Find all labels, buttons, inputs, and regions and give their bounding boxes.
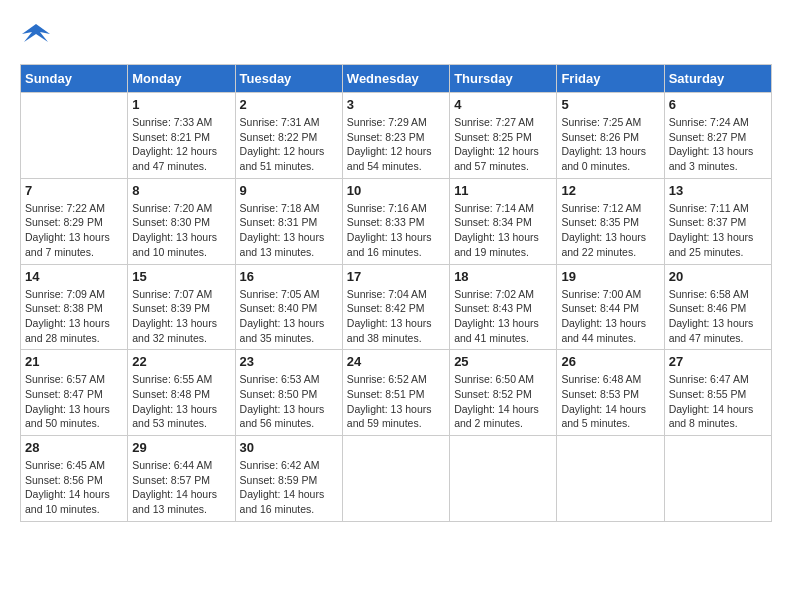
svg-marker-0 bbox=[22, 24, 50, 42]
calendar-cell: 6Sunrise: 7:24 AM Sunset: 8:27 PM Daylig… bbox=[664, 93, 771, 179]
calendar-cell: 8Sunrise: 7:20 AM Sunset: 8:30 PM Daylig… bbox=[128, 178, 235, 264]
calendar-cell: 14Sunrise: 7:09 AM Sunset: 8:38 PM Dayli… bbox=[21, 264, 128, 350]
day-number: 5 bbox=[561, 97, 659, 112]
day-number: 15 bbox=[132, 269, 230, 284]
calendar-cell: 17Sunrise: 7:04 AM Sunset: 8:42 PM Dayli… bbox=[342, 264, 449, 350]
calendar-cell: 5Sunrise: 7:25 AM Sunset: 8:26 PM Daylig… bbox=[557, 93, 664, 179]
weekday-header: Saturday bbox=[664, 65, 771, 93]
day-info: Sunrise: 7:22 AM Sunset: 8:29 PM Dayligh… bbox=[25, 201, 123, 260]
calendar-cell: 29Sunrise: 6:44 AM Sunset: 8:57 PM Dayli… bbox=[128, 436, 235, 522]
day-info: Sunrise: 6:55 AM Sunset: 8:48 PM Dayligh… bbox=[132, 372, 230, 431]
day-info: Sunrise: 7:29 AM Sunset: 8:23 PM Dayligh… bbox=[347, 115, 445, 174]
day-info: Sunrise: 6:45 AM Sunset: 8:56 PM Dayligh… bbox=[25, 458, 123, 517]
day-number: 19 bbox=[561, 269, 659, 284]
calendar-cell: 24Sunrise: 6:52 AM Sunset: 8:51 PM Dayli… bbox=[342, 350, 449, 436]
day-info: Sunrise: 6:57 AM Sunset: 8:47 PM Dayligh… bbox=[25, 372, 123, 431]
day-info: Sunrise: 7:20 AM Sunset: 8:30 PM Dayligh… bbox=[132, 201, 230, 260]
day-number: 8 bbox=[132, 183, 230, 198]
day-number: 3 bbox=[347, 97, 445, 112]
weekday-header: Sunday bbox=[21, 65, 128, 93]
calendar-cell: 1Sunrise: 7:33 AM Sunset: 8:21 PM Daylig… bbox=[128, 93, 235, 179]
day-info: Sunrise: 6:44 AM Sunset: 8:57 PM Dayligh… bbox=[132, 458, 230, 517]
logo bbox=[20, 20, 56, 48]
calendar-cell: 20Sunrise: 6:58 AM Sunset: 8:46 PM Dayli… bbox=[664, 264, 771, 350]
calendar-cell: 18Sunrise: 7:02 AM Sunset: 8:43 PM Dayli… bbox=[450, 264, 557, 350]
day-info: Sunrise: 7:09 AM Sunset: 8:38 PM Dayligh… bbox=[25, 287, 123, 346]
day-info: Sunrise: 7:05 AM Sunset: 8:40 PM Dayligh… bbox=[240, 287, 338, 346]
day-info: Sunrise: 6:53 AM Sunset: 8:50 PM Dayligh… bbox=[240, 372, 338, 431]
day-info: Sunrise: 7:07 AM Sunset: 8:39 PM Dayligh… bbox=[132, 287, 230, 346]
calendar-cell: 22Sunrise: 6:55 AM Sunset: 8:48 PM Dayli… bbox=[128, 350, 235, 436]
day-number: 27 bbox=[669, 354, 767, 369]
day-info: Sunrise: 6:50 AM Sunset: 8:52 PM Dayligh… bbox=[454, 372, 552, 431]
calendar-cell: 9Sunrise: 7:18 AM Sunset: 8:31 PM Daylig… bbox=[235, 178, 342, 264]
calendar-cell: 3Sunrise: 7:29 AM Sunset: 8:23 PM Daylig… bbox=[342, 93, 449, 179]
day-number: 14 bbox=[25, 269, 123, 284]
day-info: Sunrise: 6:58 AM Sunset: 8:46 PM Dayligh… bbox=[669, 287, 767, 346]
day-number: 29 bbox=[132, 440, 230, 455]
day-number: 18 bbox=[454, 269, 552, 284]
day-info: Sunrise: 7:00 AM Sunset: 8:44 PM Dayligh… bbox=[561, 287, 659, 346]
calendar-cell bbox=[557, 436, 664, 522]
day-info: Sunrise: 7:25 AM Sunset: 8:26 PM Dayligh… bbox=[561, 115, 659, 174]
day-number: 28 bbox=[25, 440, 123, 455]
day-number: 20 bbox=[669, 269, 767, 284]
day-info: Sunrise: 7:02 AM Sunset: 8:43 PM Dayligh… bbox=[454, 287, 552, 346]
calendar-week-row: 21Sunrise: 6:57 AM Sunset: 8:47 PM Dayli… bbox=[21, 350, 772, 436]
calendar-cell: 12Sunrise: 7:12 AM Sunset: 8:35 PM Dayli… bbox=[557, 178, 664, 264]
weekday-header: Wednesday bbox=[342, 65, 449, 93]
day-info: Sunrise: 7:24 AM Sunset: 8:27 PM Dayligh… bbox=[669, 115, 767, 174]
calendar-cell bbox=[342, 436, 449, 522]
calendar-cell: 15Sunrise: 7:07 AM Sunset: 8:39 PM Dayli… bbox=[128, 264, 235, 350]
day-info: Sunrise: 7:27 AM Sunset: 8:25 PM Dayligh… bbox=[454, 115, 552, 174]
day-number: 26 bbox=[561, 354, 659, 369]
calendar-cell: 16Sunrise: 7:05 AM Sunset: 8:40 PM Dayli… bbox=[235, 264, 342, 350]
day-number: 25 bbox=[454, 354, 552, 369]
day-number: 12 bbox=[561, 183, 659, 198]
day-info: Sunrise: 6:42 AM Sunset: 8:59 PM Dayligh… bbox=[240, 458, 338, 517]
day-info: Sunrise: 7:12 AM Sunset: 8:35 PM Dayligh… bbox=[561, 201, 659, 260]
day-number: 22 bbox=[132, 354, 230, 369]
day-number: 11 bbox=[454, 183, 552, 198]
calendar-cell bbox=[21, 93, 128, 179]
calendar-week-row: 14Sunrise: 7:09 AM Sunset: 8:38 PM Dayli… bbox=[21, 264, 772, 350]
day-info: Sunrise: 7:04 AM Sunset: 8:42 PM Dayligh… bbox=[347, 287, 445, 346]
calendar-cell: 13Sunrise: 7:11 AM Sunset: 8:37 PM Dayli… bbox=[664, 178, 771, 264]
calendar-cell bbox=[450, 436, 557, 522]
calendar-cell: 4Sunrise: 7:27 AM Sunset: 8:25 PM Daylig… bbox=[450, 93, 557, 179]
day-number: 10 bbox=[347, 183, 445, 198]
calendar-cell: 19Sunrise: 7:00 AM Sunset: 8:44 PM Dayli… bbox=[557, 264, 664, 350]
logo-icon bbox=[20, 20, 52, 48]
calendar-cell: 10Sunrise: 7:16 AM Sunset: 8:33 PM Dayli… bbox=[342, 178, 449, 264]
calendar-week-row: 7Sunrise: 7:22 AM Sunset: 8:29 PM Daylig… bbox=[21, 178, 772, 264]
calendar-cell: 23Sunrise: 6:53 AM Sunset: 8:50 PM Dayli… bbox=[235, 350, 342, 436]
calendar-cell: 28Sunrise: 6:45 AM Sunset: 8:56 PM Dayli… bbox=[21, 436, 128, 522]
day-number: 17 bbox=[347, 269, 445, 284]
calendar-header-row: SundayMondayTuesdayWednesdayThursdayFrid… bbox=[21, 65, 772, 93]
day-number: 16 bbox=[240, 269, 338, 284]
day-number: 6 bbox=[669, 97, 767, 112]
page-header bbox=[20, 20, 772, 48]
day-info: Sunrise: 7:33 AM Sunset: 8:21 PM Dayligh… bbox=[132, 115, 230, 174]
day-number: 4 bbox=[454, 97, 552, 112]
day-info: Sunrise: 7:18 AM Sunset: 8:31 PM Dayligh… bbox=[240, 201, 338, 260]
day-info: Sunrise: 7:14 AM Sunset: 8:34 PM Dayligh… bbox=[454, 201, 552, 260]
day-info: Sunrise: 6:48 AM Sunset: 8:53 PM Dayligh… bbox=[561, 372, 659, 431]
calendar-cell: 30Sunrise: 6:42 AM Sunset: 8:59 PM Dayli… bbox=[235, 436, 342, 522]
day-info: Sunrise: 6:47 AM Sunset: 8:55 PM Dayligh… bbox=[669, 372, 767, 431]
day-number: 1 bbox=[132, 97, 230, 112]
calendar-cell: 25Sunrise: 6:50 AM Sunset: 8:52 PM Dayli… bbox=[450, 350, 557, 436]
day-number: 7 bbox=[25, 183, 123, 198]
calendar-cell: 2Sunrise: 7:31 AM Sunset: 8:22 PM Daylig… bbox=[235, 93, 342, 179]
day-number: 2 bbox=[240, 97, 338, 112]
day-number: 23 bbox=[240, 354, 338, 369]
day-number: 24 bbox=[347, 354, 445, 369]
weekday-header: Friday bbox=[557, 65, 664, 93]
calendar-cell: 26Sunrise: 6:48 AM Sunset: 8:53 PM Dayli… bbox=[557, 350, 664, 436]
day-info: Sunrise: 7:31 AM Sunset: 8:22 PM Dayligh… bbox=[240, 115, 338, 174]
calendar-cell bbox=[664, 436, 771, 522]
weekday-header: Monday bbox=[128, 65, 235, 93]
calendar-week-row: 28Sunrise: 6:45 AM Sunset: 8:56 PM Dayli… bbox=[21, 436, 772, 522]
day-info: Sunrise: 7:11 AM Sunset: 8:37 PM Dayligh… bbox=[669, 201, 767, 260]
weekday-header: Tuesday bbox=[235, 65, 342, 93]
